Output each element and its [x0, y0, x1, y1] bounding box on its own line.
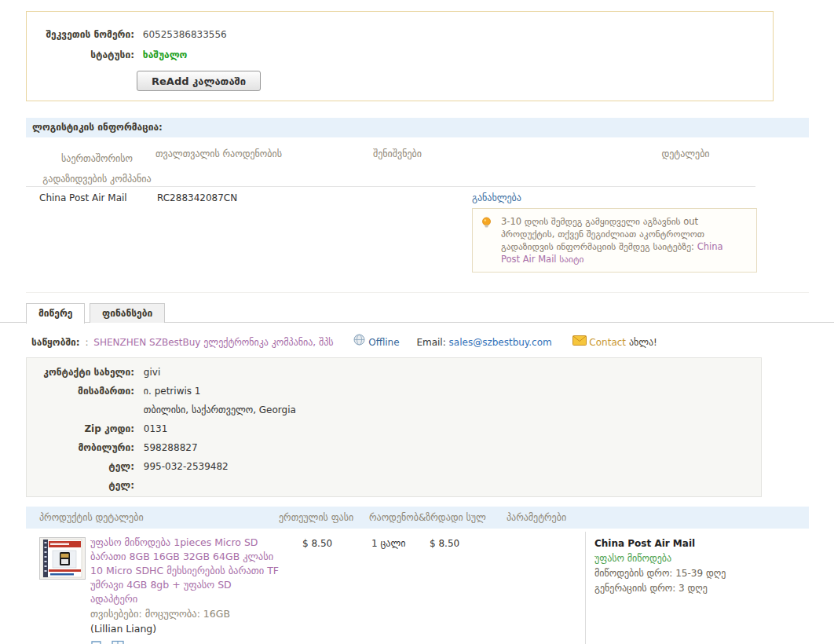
tel2-label: ტელ:: [27, 476, 134, 495]
generation-time-line: გენერაციის დრო: 3 დღე: [594, 581, 726, 596]
list-icon[interactable]: [112, 640, 124, 644]
zip-label: Zip კოდი:: [27, 419, 134, 438]
zip-value: 0131: [144, 423, 168, 434]
chat-icon[interactable]: [90, 639, 102, 644]
readd-to-cart-button[interactable]: ReAdd კალათაში: [137, 71, 261, 91]
products-table-header: პროდუქტის დეტალები ერთეულის ფასი რაოდენო…: [26, 507, 809, 529]
address-row-contact-name: კონტაქტი სახელი: givi: [27, 363, 761, 382]
product-attributes: თვისებები: მოცულობა: 16GB: [90, 607, 280, 621]
logistics-section: ლოგისტიკის ინფორმაცია: საერთაშორისო გადა…: [26, 118, 809, 293]
contact-name-value: givi: [144, 367, 160, 378]
address-street-value: ი. petriwis 1: [144, 386, 201, 397]
col-product-details: პროდუქტის დეტალები: [39, 507, 144, 529]
parameters-divider: [585, 532, 586, 644]
address-row-mobile: მობილური: 598288827: [27, 438, 761, 457]
order-status-label: სტატუსი:: [27, 49, 134, 60]
offline-status[interactable]: Offline: [368, 337, 399, 348]
address-row-street: მისამართი: ი. petriwis 1: [27, 382, 761, 401]
product-unit-price: $ 8.50: [302, 538, 332, 549]
logistics-col-company: საერთაშორისო გადაზიდვების კომპანია: [32, 148, 162, 189]
logistics-table-header: საერთაშორისო გადაზიდვების კომპანია თვალთ…: [26, 137, 809, 186]
contact-word: Contact: [589, 337, 626, 348]
logistics-header-separator: [26, 186, 755, 187]
email-label: Email:: [416, 337, 445, 348]
warehouse-colon: :: [85, 337, 88, 348]
tel-value: 995-032-2539482: [144, 461, 229, 472]
delivery-time-line: მიწოდების დრო: 15-39 დღე: [594, 566, 726, 581]
shipping-company: China Post Air Mail: [39, 192, 127, 203]
mobile-value: 598288827: [144, 442, 198, 453]
order-status-value: ხაშუალო: [143, 49, 188, 60]
shipping-address-box: კონტაქტი სახელი: givi მისამართი: ი. petr…: [26, 357, 762, 497]
seller-row: საწყობში: : SHENZHEN SZBestBuy ელექტრონი…: [31, 334, 809, 353]
globe-offline-icon: [353, 334, 365, 350]
generation-time-value: 3 დღე: [679, 583, 708, 594]
order-number-value: 60525386833556: [143, 29, 227, 40]
address-label: მისამართი:: [27, 382, 134, 401]
mobile-label: მობილური:: [27, 438, 134, 457]
shipping-note-box: 3-10 დღის შემდეგ გამყიდველი აგზავნის out…: [472, 208, 757, 273]
seller-email-link[interactable]: sales@szbestbuy.com: [449, 337, 552, 348]
col-quantity-total: რაოდენობ&ზრდადი სულ: [369, 507, 486, 529]
envelope-icon: [572, 335, 587, 350]
address-row-city: თბილისი, საქართველო, Georgia: [27, 401, 761, 419]
tracking-number: RC288342087CN: [157, 192, 237, 203]
products-table: პროდუქტის დეტალები ერთეულის ფასი რაოდენო…: [26, 507, 809, 644]
order-status-row: სტატუსი: ხაშუალო: [27, 49, 773, 60]
address-row-zip: Zip კოდი: 0131: [27, 419, 761, 438]
logistics-col-details: დეტალები: [642, 148, 729, 159]
logistics-col-notes: შენიშვნები: [354, 148, 441, 159]
seller-name-link[interactable]: SHENZHEN SZBestBuy ელექტრონიკა კომპანია,…: [93, 337, 333, 348]
tel-label: ტელ:: [27, 457, 134, 476]
shipping-note-text: 3-10 დღის შემდეგ გამყიდველი აგზავნის out…: [501, 215, 741, 265]
update-tracking-link[interactable]: განახლება: [472, 192, 521, 203]
product-total: $ 8.50: [430, 538, 459, 549]
product-details: უფასო მიწოდება 1pieces Micro SD ბარათი 8…: [90, 536, 280, 644]
generation-time-label: გენერაციის დრო:: [594, 583, 675, 594]
product-name-link[interactable]: უფასო მიწოდება 1pieces Micro SD ბარათი 8…: [90, 536, 279, 605]
product-seller-name: (Lillian Liang): [90, 622, 280, 636]
address-row-tel2: ტელ:: [27, 476, 761, 495]
warehouse-label: საწყობში:: [31, 337, 80, 348]
order-summary-box: შეკვეთის ნომერი: 60525386833556 სტატუსი:…: [26, 11, 774, 101]
free-shipping-label: უფასო მიწოდება: [594, 551, 726, 566]
product-shipping-info: China Post Air Mail უფასო მიწოდება მიწოდ…: [594, 536, 726, 596]
contact-now-word: ახლა!: [629, 337, 657, 348]
delivery-time-value: 15-39 დღე: [675, 568, 726, 579]
product-quantity: 1 ცალი: [371, 538, 405, 549]
address-row-tel1: ტელ: 995-032-2539482: [27, 457, 761, 476]
address-city-value: თბილისი, საქართველო, Georgia: [144, 404, 296, 415]
logistics-section-title: ლოგისტიკის ინფორმაცია:: [26, 118, 809, 137]
logistics-col-tracking: თვალთვალის რაოდენობის: [155, 148, 313, 159]
contact-seller-link[interactable]: Contact ახლა!: [589, 336, 657, 347]
product-row: უფასო მიწოდება 1pieces Micro SD ბარათი 8…: [26, 529, 809, 644]
col-unit-price: ერთეულის ფასი: [279, 507, 353, 529]
lightbulb-icon: [481, 217, 492, 229]
order-number-row: შეკვეთის ნომერი: 60525386833556: [27, 29, 773, 40]
order-number-label: შეკვეთის ნომერი:: [27, 29, 134, 40]
shipping-method: China Post Air Mail: [594, 536, 726, 551]
col-parameters: პარამეტრები: [507, 507, 566, 529]
tab-write-message[interactable]: მიწერე: [26, 303, 85, 324]
shipping-note-body: 3-10 დღის შემდეგ გამყიდველი აგზავნის out…: [501, 216, 704, 252]
product-thumbnail[interactable]: [39, 537, 86, 580]
delivery-time-label: მიწოდების დრო:: [594, 568, 672, 579]
product-action-icons: [90, 639, 280, 644]
tab-finances[interactable]: ფინანსები: [90, 303, 165, 323]
contact-name-label: კონტაქტი სახელი:: [27, 363, 134, 382]
order-detail-page: { "colors": { "status_green": "#22a022",…: [0, 0, 834, 644]
